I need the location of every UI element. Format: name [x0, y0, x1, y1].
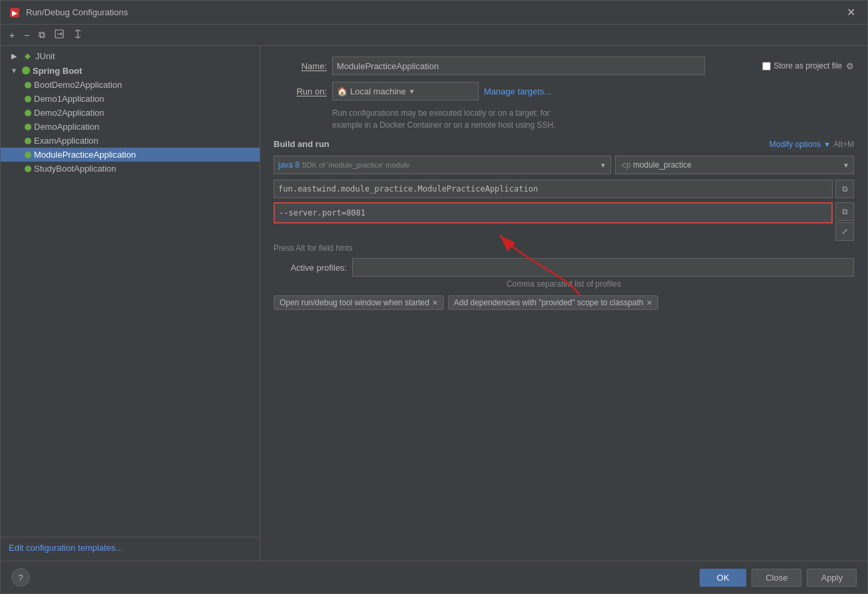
title-bar: ▶ Run/Debug Configurations ✕: [1, 1, 867, 25]
app-icon: [25, 96, 31, 102]
store-checkbox[interactable]: [762, 62, 771, 71]
build-run-section-header: Build and run Modify options ▼ Alt+M: [274, 139, 854, 149]
sidebar-item-springboot[interactable]: ▼ Spring Boot: [1, 63, 260, 78]
main-class-row: ⧉: [274, 180, 854, 198]
main-class-copy-icon[interactable]: ⧉: [835, 180, 854, 198]
active-profiles-row: Active profiles:: [274, 258, 854, 277]
cp-dropdown-arrow-icon: ▼: [843, 162, 849, 169]
app-icon: [25, 138, 31, 144]
sidebar-item-label: Demo2Application: [34, 108, 105, 118]
sidebar-item-demo[interactable]: DemoApplication: [1, 120, 260, 134]
store-label: Store as project file: [773, 61, 842, 71]
java-sdk-label: java 8 SDK of 'module_practice' module: [278, 160, 409, 170]
run-debug-dialog: ▶ Run/Debug Configurations ✕ + − ⧉ ▶ ◆ J…: [0, 0, 868, 594]
sidebar-item-modulepractice[interactable]: ModulePracticeApplication: [1, 148, 260, 162]
tag-close-icon[interactable]: ✕: [646, 299, 652, 307]
manage-targets-link[interactable]: Manage targets...: [484, 86, 551, 96]
active-profiles-label: Active profiles:: [274, 263, 347, 273]
java-sdk-dropdown[interactable]: java 8 SDK of 'module_practice' module ▼: [274, 156, 611, 174]
sidebar-item-demo1[interactable]: Demo1Application: [1, 92, 260, 106]
run-on-dropdown[interactable]: 🏠 Local machine ▼: [332, 82, 479, 100]
store-checkbox-label[interactable]: Store as project file: [762, 61, 842, 71]
app-icon: [25, 82, 31, 88]
sidebar-item-label: DemoApplication: [34, 122, 99, 132]
profiles-hint-text: Comma separated list of profiles: [274, 279, 854, 289]
sidebar-item-demo2[interactable]: Demo2Application: [1, 106, 260, 120]
sort-button[interactable]: [70, 27, 86, 43]
springboot-icon: [22, 67, 30, 74]
app-icon: [25, 124, 31, 130]
java-dropdown-arrow-icon: ▼: [600, 162, 606, 169]
modify-options-shortcut: Alt+M: [833, 140, 854, 149]
close-button[interactable]: ✕: [843, 5, 859, 20]
springboot-expand-icon: ▼: [9, 65, 19, 76]
name-row: Name: Store as project file ⚙: [274, 57, 854, 75]
config-panel: Name: Store as project file ⚙ Run on: 🏠 …: [260, 46, 867, 561]
java-sdk-row: java 8 SDK of 'module_practice' module ▼…: [274, 156, 854, 174]
build-run-title: Build and run: [274, 139, 329, 149]
field-hints-text: Press Alt for field hints: [274, 243, 854, 253]
sidebar-item-label: ExamApplication: [34, 136, 99, 146]
sidebar-item-exam[interactable]: ExamApplication: [1, 134, 260, 148]
main-class-input[interactable]: [274, 180, 833, 198]
junit-expand-icon: ▶: [9, 51, 19, 61]
tag-add-dependencies: Add dependencies with "provided" scope t…: [448, 295, 658, 310]
program-args-expand-icon[interactable]: ⤢: [835, 222, 854, 241]
sidebar-item-label: Demo1Application: [34, 94, 105, 104]
modify-options-arrow-icon: ▼: [823, 140, 831, 148]
tags-row: Open run/debug tool window when started …: [274, 295, 854, 310]
tag-close-icon[interactable]: ✕: [432, 299, 438, 307]
modify-options-link[interactable]: Modify options: [769, 140, 821, 149]
main-content: ▶ ◆ JUnit ▼ Spring Boot BootDemo2Applica…: [1, 46, 867, 561]
program-args-row: ⧉ ⤢: [274, 202, 854, 241]
sidebar-item-bootdemo2[interactable]: BootDemo2Application: [1, 78, 260, 92]
edit-templates-link[interactable]: Edit configuration templates...: [9, 543, 122, 553]
sidebar-item-junit[interactable]: ▶ ◆ JUnit: [1, 49, 260, 63]
cp-dropdown[interactable]: -cp module_practice ▼: [615, 156, 854, 174]
app-icon: [25, 152, 31, 158]
store-row: Store as project file ⚙: [762, 61, 854, 71]
sidebar: ▶ ◆ JUnit ▼ Spring Boot BootDemo2Applica…: [1, 46, 260, 561]
remove-button[interactable]: −: [21, 28, 33, 43]
junit-icon: ◆: [22, 51, 33, 61]
gear-icon[interactable]: ⚙: [846, 61, 854, 71]
dialog-title: Run/Debug Configurations: [26, 7, 837, 17]
sidebar-item-junit-label: JUnit: [35, 51, 55, 61]
sidebar-item-label: ModulePracticeApplication: [34, 150, 136, 160]
local-machine-label: Local machine: [350, 86, 406, 96]
sidebar-item-label: BootDemo2Application: [34, 80, 122, 90]
bottom-bar: ? OK Close Apply: [1, 561, 867, 593]
app-icon: [25, 166, 31, 172]
home-icon: 🏠: [337, 86, 347, 96]
tag-open-run-debug: Open run/debug tool window when started …: [274, 295, 444, 310]
run-description: Run configurations may be executed local…: [332, 107, 854, 131]
tag-label: Add dependencies with "provided" scope t…: [454, 298, 644, 307]
help-button[interactable]: ?: [11, 568, 30, 587]
program-args-input[interactable]: [274, 202, 833, 223]
dropdown-arrow-icon: ▼: [409, 88, 415, 95]
active-profiles-input[interactable]: [352, 258, 854, 277]
copy-config-button[interactable]: ⧉: [35, 27, 49, 43]
app-icon: [25, 110, 31, 116]
run-description-text: Run configurations may be executed local…: [332, 108, 556, 130]
sidebar-item-springboot-label: Spring Boot: [33, 66, 82, 76]
sidebar-item-label: StudyBootApplication: [34, 164, 116, 174]
run-on-label: Run on:: [274, 86, 327, 96]
toolbar: + − ⧉: [1, 25, 867, 46]
move-into-button[interactable]: [51, 27, 67, 43]
sidebar-footer: Edit configuration templates...: [1, 537, 260, 558]
cp-label: -cp module_practice: [620, 160, 692, 170]
tag-label: Open run/debug tool window when started: [280, 298, 429, 307]
program-args-copy-icon[interactable]: ⧉: [835, 202, 854, 221]
name-input[interactable]: [332, 57, 705, 75]
program-args-container: ⧉ ⤢: [274, 202, 854, 241]
svg-text:▶: ▶: [12, 9, 18, 17]
program-args-icons: ⧉ ⤢: [835, 202, 854, 241]
name-label: Name:: [274, 61, 327, 71]
sidebar-item-studyboot[interactable]: StudyBootApplication: [1, 162, 260, 176]
add-button[interactable]: +: [6, 28, 18, 43]
modify-options-container: Modify options ▼ Alt+M: [769, 140, 854, 149]
apply-button[interactable]: Apply: [807, 569, 857, 587]
close-dialog-button[interactable]: Close: [752, 569, 801, 587]
ok-button[interactable]: OK: [700, 569, 746, 587]
